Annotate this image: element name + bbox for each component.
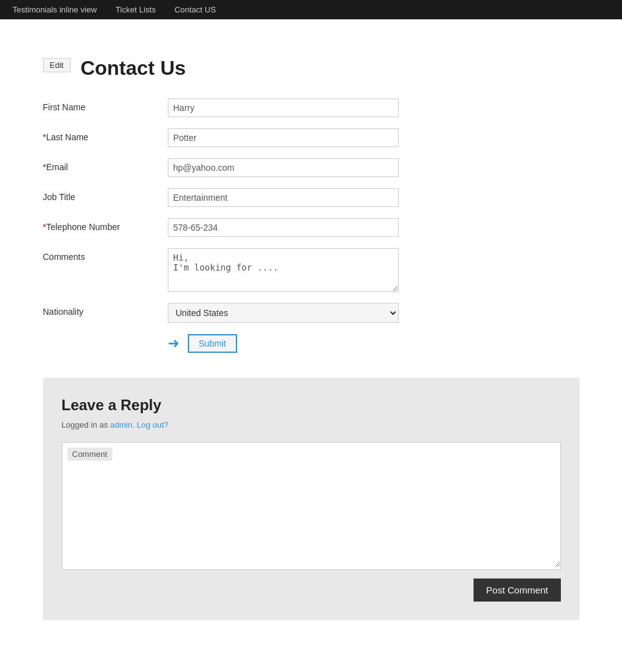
submit-button[interactable]: Submit [188, 334, 238, 353]
email-label: *Email [43, 158, 168, 172]
job-title-input[interactable] [168, 188, 399, 207]
telephone-input[interactable] [168, 218, 399, 237]
email-row: *Email [43, 158, 580, 177]
submit-arrow-icon: ➜ [168, 335, 179, 352]
nav-testimonials[interactable]: Testimonials inline view [12, 5, 97, 14]
nationality-select[interactable]: United States United Kingdom Canada Aust… [168, 303, 399, 323]
last-name-row: *Last Name [43, 128, 580, 147]
telephone-required-star: * [43, 222, 46, 232]
reply-section: Leave a Reply Logged in as admin. Log ou… [43, 378, 580, 620]
submit-row: ➜ Submit [168, 334, 580, 353]
comments-label: Comments [43, 248, 168, 262]
nav-ticket-lists[interactable]: Ticket Lists [115, 5, 156, 14]
email-required-star: * [43, 162, 46, 172]
job-title-label: Job Title [43, 188, 168, 202]
top-navigation: Testimonials inline view Ticket Lists Co… [0, 0, 622, 19]
main-content: Edit Contact Us First Name *Last Name *E… [31, 19, 592, 645]
comments-row: Comments Hi, I'm looking for .... [43, 248, 580, 292]
email-input[interactable] [168, 158, 399, 177]
post-comment-row: Post Comment [62, 578, 561, 602]
first-name-input[interactable] [168, 98, 399, 117]
page-title-row: Edit Contact Us [43, 57, 580, 80]
nationality-label: Nationality [43, 303, 168, 317]
comments-textarea[interactable]: Hi, I'm looking for .... [168, 248, 399, 292]
nav-contact-us[interactable]: Contact US [175, 5, 216, 14]
admin-link[interactable]: admin [110, 420, 132, 430]
post-comment-button[interactable]: Post Comment [474, 578, 560, 602]
first-name-label: First Name [43, 98, 168, 112]
nationality-row: Nationality United States United Kingdom… [43, 303, 580, 323]
page-title: Contact Us [80, 57, 186, 80]
logged-in-prefix: Logged in as [62, 420, 110, 430]
edit-button[interactable]: Edit [43, 58, 70, 72]
logged-in-text: Logged in as admin. Log out? [62, 420, 561, 430]
comment-area-wrapper: Comment [62, 442, 561, 570]
telephone-row: *Telephone Number [43, 218, 580, 237]
first-name-row: First Name [43, 98, 580, 117]
reply-title: Leave a Reply [62, 396, 561, 414]
last-name-required-star: * [43, 132, 46, 142]
telephone-label: *Telephone Number [43, 218, 168, 232]
logout-link[interactable]: Log out? [137, 420, 168, 430]
job-title-row: Job Title [43, 188, 580, 207]
comment-textarea[interactable] [62, 443, 560, 567]
contact-form: First Name *Last Name *Email Job Title *… [43, 98, 580, 353]
last-name-label: *Last Name [43, 128, 168, 142]
last-name-input[interactable] [168, 128, 399, 147]
